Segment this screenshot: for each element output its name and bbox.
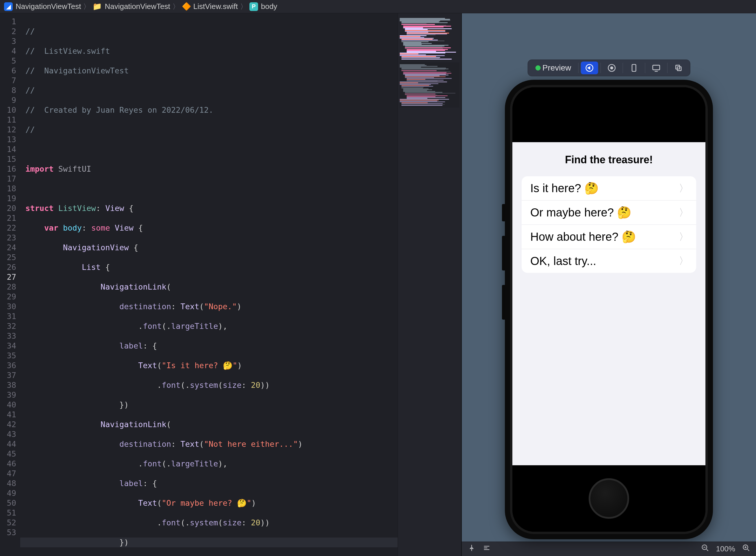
breadcrumb-folder-label: NavigationViewTest (105, 2, 170, 11)
breadcrumb-file[interactable]: 🔶 ListView.swift (182, 2, 238, 11)
home-button[interactable] (589, 478, 629, 519)
preview-bottom-bar: 100% (462, 542, 756, 556)
comment: // (26, 27, 35, 36)
breadcrumb-property[interactable]: P body (249, 2, 277, 11)
breadcrumb-project[interactable]: ◢ NavigationViewTest (4, 2, 81, 11)
code-editor[interactable]: 1234567891011121314151617181920212223242… (0, 13, 461, 556)
duplicate-preview-button[interactable] (669, 62, 687, 74)
method-name: font (162, 381, 180, 389)
comment: // ListView.swift (26, 46, 110, 56)
device-bottom-bezel (512, 465, 706, 532)
method-name: font (143, 459, 162, 468)
method-name: font (162, 518, 180, 527)
property-icon: P (249, 2, 258, 11)
preview-panel: Preview (461, 13, 756, 556)
status-dot-icon (536, 65, 541, 71)
list-row-label: Is it here? 🤔 (530, 181, 599, 195)
divider (578, 63, 578, 73)
breadcrumb-property-label: body (261, 2, 277, 11)
folder-icon: 📁 (93, 2, 102, 11)
string-literal: "Is it here? 🤔" (162, 361, 237, 370)
zoom-level[interactable]: 100% (716, 545, 735, 553)
breadcrumb-file-label: ListView.swift (193, 2, 238, 11)
comment: // Created by Juan Reyes on 2022/06/12. (26, 105, 213, 114)
device-side-buttons (502, 204, 505, 334)
chevron-right-icon: 〉 (679, 254, 689, 268)
list-row-label: Or maybe here? 🤔 (530, 206, 631, 219)
list-row[interactable]: OK, last try... 〉 (522, 249, 696, 273)
method-name: system (190, 518, 218, 527)
keyword: some (91, 223, 110, 232)
preview-on-device-button[interactable] (647, 62, 665, 74)
keyword: import (26, 165, 54, 173)
chevron-right-icon: 〉 (173, 2, 179, 11)
svg-rect-3 (632, 64, 636, 71)
project-icon: ◢ (4, 2, 13, 11)
zoom-out-button[interactable] (701, 544, 709, 554)
live-preview-button[interactable] (581, 62, 598, 74)
list-row[interactable]: Is it here? 🤔 〉 (522, 176, 696, 201)
enum-case: largeTitle (171, 322, 218, 331)
code-area[interactable]: // // ListView.swift // NavigationViewTe… (20, 13, 398, 556)
zoom-in-button[interactable] (742, 544, 750, 554)
list-row[interactable]: How about here? 🤔 〉 (522, 225, 696, 249)
type-name: NavigationView (63, 243, 129, 252)
chevron-right-icon: 〉 (240, 2, 247, 11)
divider (645, 63, 645, 73)
property-name: body (63, 223, 82, 232)
type-name: Text (180, 302, 199, 311)
number-literal: 20 (251, 381, 261, 389)
list-row-label: How about here? 🤔 (530, 230, 636, 244)
type-name: ListView (58, 204, 96, 213)
type-name: Text (138, 498, 157, 508)
breadcrumb: ◢ NavigationViewTest 〉 📁 NavigationViewT… (0, 0, 756, 13)
protocol-name: View (115, 223, 134, 232)
chevron-right-icon: 〉 (679, 206, 689, 219)
string-literal: "Or maybe here? 🤔" (162, 498, 251, 508)
selectable-button[interactable] (603, 62, 620, 74)
chevron-right-icon: 〉 (83, 2, 90, 11)
preview-status[interactable]: Preview (531, 62, 576, 74)
divider (622, 63, 623, 73)
keyword: struct (26, 204, 54, 213)
enum-case: largeTitle (171, 459, 218, 468)
breadcrumb-folder[interactable]: 📁 NavigationViewTest (93, 2, 170, 11)
minimap[interactable] (398, 13, 461, 556)
module-name: SwiftUI (58, 165, 91, 173)
method-name: font (143, 322, 162, 331)
arg-label: label (119, 341, 143, 350)
type-name: Text (138, 361, 157, 370)
adjust-editor-options-button[interactable] (483, 544, 491, 554)
line-number-gutter: 1234567891011121314151617181920212223242… (0, 13, 20, 556)
string-literal: "Not here either..." (204, 440, 298, 449)
preview-label: Preview (543, 63, 571, 73)
preview-toolbar: Preview (528, 60, 690, 76)
device-top-bezel (512, 87, 706, 142)
arg-label: label (119, 479, 143, 488)
arg-label: size (223, 381, 242, 389)
swift-file-icon: 🔶 (182, 2, 191, 11)
method-name: system (190, 381, 218, 389)
type-name: List (82, 263, 101, 272)
chevron-right-icon: 〉 (679, 230, 689, 244)
type-name: NavigationLink (101, 420, 167, 429)
breadcrumb-project-label: NavigationViewTest (15, 2, 81, 11)
arg-label: destination (119, 440, 171, 449)
comment: // (26, 125, 35, 134)
type-name: Text (180, 440, 199, 449)
comment: // NavigationViewTest (26, 66, 129, 75)
device-settings-button[interactable] (625, 62, 643, 74)
navigation-title: Find the treasure! (512, 142, 706, 176)
protocol-name: View (105, 204, 124, 213)
string-literal: "Nope." (204, 302, 237, 311)
svg-point-2 (610, 67, 613, 69)
arg-label: size (223, 518, 242, 527)
pin-preview-button[interactable] (468, 544, 476, 554)
chevron-right-icon: 〉 (679, 182, 689, 195)
list-row[interactable]: Or maybe here? 🤔 〉 (522, 201, 696, 225)
svg-rect-5 (676, 65, 679, 69)
comment: // (26, 86, 35, 95)
divider (600, 63, 600, 73)
device-screen[interactable]: Find the treasure! Is it here? 🤔 〉 Or ma… (512, 142, 706, 465)
list-row-label: OK, last try... (530, 254, 596, 268)
